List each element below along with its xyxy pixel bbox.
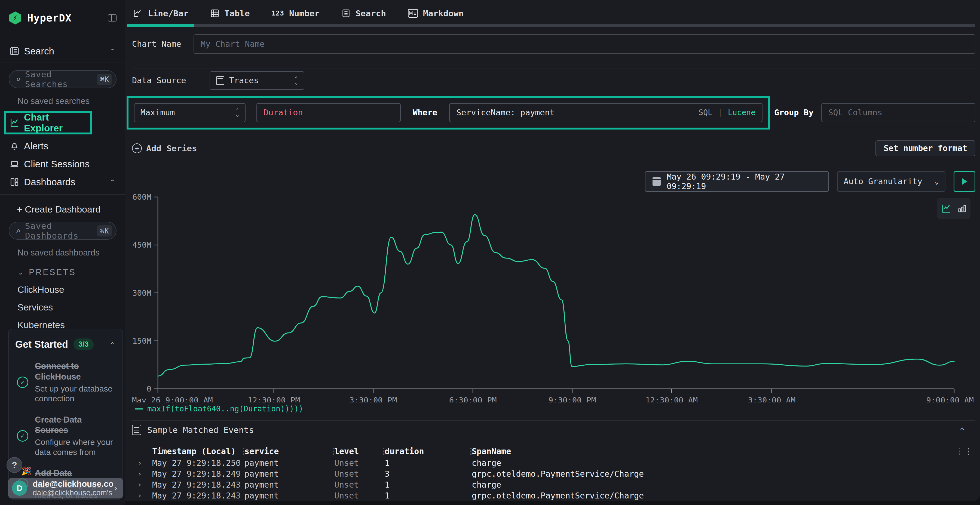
column-separator: ⋮ [329, 446, 337, 456]
chart-name-input[interactable]: My Chart Name [194, 34, 975, 54]
presets-toggle[interactable]: ⌄ PRESETS [0, 258, 125, 277]
tab-number[interactable]: 123 Number [270, 0, 321, 27]
granularity-select[interactable]: Auto Granularity ⌄ [837, 171, 945, 192]
sample-events-header[interactable]: Sample Matched Events ⌃ [132, 424, 975, 436]
set-number-format-button[interactable]: Set number format [875, 140, 975, 156]
get-started-item[interactable]: ✓ Create Data Sources Configure where yo… [15, 414, 115, 457]
date-range-value: May 26 09:29:19 - May 27 09:29:19 [667, 172, 821, 191]
where-query-input[interactable]: ServiceName: payment SQL | Lucene [449, 103, 762, 122]
get-started-header[interactable]: Get Started 3/3 ⌃ [15, 338, 115, 350]
sidebar-item-label: Client Sessions [24, 159, 89, 170]
brand-row: ⚡ HyperDX [0, 0, 125, 24]
sidebar-item-alerts[interactable]: Alerts [0, 137, 125, 155]
app: ⚡ HyperDX Search ⌃ ⌕ Saved Searches ⌘K N… [0, 0, 980, 505]
search-list-icon [341, 9, 351, 18]
table-menu-icon[interactable]: ⋮ [962, 446, 975, 456]
where-query-value: ServiceName: payment [456, 108, 555, 117]
query-language-toggle: SQL | Lucene [698, 108, 756, 117]
aggregation-select[interactable]: Maximum ⌃⌄ [134, 103, 245, 122]
chevron-up-icon[interactable]: ⌃ [110, 179, 115, 186]
add-series-button[interactable]: + Add Series [132, 143, 197, 153]
group-by-label: Group By [774, 108, 814, 117]
tab-label: Number [289, 8, 320, 18]
x-axis-tick-label: 3:30:00 PM [350, 395, 397, 402]
lucene-toggle[interactable]: Lucene [728, 108, 756, 117]
preset-kubernetes[interactable]: Kubernetes [0, 313, 125, 330]
saved-searches-placeholder: Saved Searches [25, 69, 97, 89]
run-query-button[interactable] [954, 171, 975, 192]
column-separator: ⋮ [956, 446, 964, 456]
user-menu[interactable]: D dale@clickhouse.com dale@clickhouse.co… [8, 478, 123, 499]
tab-label: Line/Bar [148, 8, 188, 18]
preset-clickhouse[interactable]: ClickHouse [0, 277, 125, 295]
tab-line-bar[interactable]: Line/Bar [132, 0, 189, 27]
tab-table[interactable]: Table [209, 0, 251, 27]
sidebar-collapse-icon[interactable] [108, 14, 116, 22]
chevron-up-icon[interactable]: ⌃ [110, 48, 115, 55]
event-row[interactable]: ›May 27 9:29:18.243 AMpaymentUnset1grpc.… [132, 490, 975, 501]
step-title: Create Data Sources [35, 414, 114, 436]
sql-toggle[interactable]: SQL [698, 108, 713, 117]
x-axis-tick-label: 9:00:00 AM [926, 395, 974, 402]
col-service[interactable]: service [240, 446, 329, 456]
group-by-input[interactable]: SQL Columns [821, 103, 976, 122]
no-saved-dashboards-note: No saved dashboards [0, 240, 125, 258]
tab-search[interactable]: Search [340, 0, 387, 27]
date-range-input[interactable]: May 26 09:29:19 - May 27 09:29:19 [645, 171, 829, 192]
row-expand-chevron[interactable]: › [132, 469, 147, 478]
tab-markdown[interactable]: Markdown [407, 0, 465, 27]
col-timestamp[interactable]: Timestamp (Local) [147, 446, 240, 456]
row-expand-chevron[interactable]: › [132, 459, 147, 467]
cell-level: Unset [329, 480, 380, 489]
chevron-up-icon[interactable]: ⌃ [110, 341, 115, 348]
chart-display-toggle[interactable] [937, 198, 970, 219]
sidebar-item-client-sessions[interactable]: Client Sessions [0, 155, 125, 173]
column-separator: ⋮ [240, 446, 248, 456]
brand-name: HyperDX [27, 12, 72, 24]
event-row[interactable]: ›May 27 9:29:18.243 AMpaymentUnset1charg… [132, 480, 975, 490]
row-expand-chevron[interactable]: › [132, 491, 147, 500]
where-label: Where [413, 108, 437, 117]
dashboards-icon [9, 177, 24, 187]
x-axis-tick-label: 12:30:00 AM [646, 395, 698, 402]
chart-type-tabs: Line/Bar Table 123 Number Search [132, 0, 975, 27]
cell-level: Unset [329, 458, 380, 468]
sidebar-item-label: Alerts [24, 141, 48, 152]
shortcut-badge: ⌘K [97, 74, 112, 85]
divider [132, 420, 975, 421]
col-spanname[interactable]: SpanName [467, 446, 962, 456]
chevron-up-icon[interactable]: ⌃ [960, 426, 964, 434]
hyperdx-logo-icon: ⚡ [9, 11, 21, 24]
help-button[interactable]: ? [6, 457, 22, 473]
data-source-select[interactable]: Traces ⌃⌄ [210, 71, 304, 90]
cell-duration: 3 [380, 469, 467, 479]
field-input[interactable]: Duration [256, 103, 401, 122]
col-duration[interactable]: duration [380, 446, 467, 456]
sidebar-item-chart-explorer[interactable]: Chart Explorer [6, 113, 90, 132]
event-row[interactable]: ›May 27 9:29:18.250 AMpaymentUnset1charg… [132, 458, 975, 468]
saved-dashboards-input[interactable]: ⌕ Saved Dashboards ⌘K [9, 222, 116, 240]
create-dashboard-button[interactable]: + Create Dashboard [0, 195, 125, 215]
sidebar-section-search[interactable]: Search ⌃ [0, 46, 125, 57]
y-axis-tick-label: 300M [132, 288, 151, 297]
bar-chart-icon [956, 203, 967, 214]
chart-name-placeholder: My Chart Name [200, 39, 265, 49]
timeseries-chart[interactable]: 0150M300M450M600MMay 26 9:00:00 AM12:30:… [132, 190, 975, 402]
saved-searches-input[interactable]: ⌕ Saved Searches ⌘K [9, 70, 116, 88]
sidebar-item-label: Chart Explorer [24, 112, 80, 133]
event-row[interactable]: ›May 27 9:29:18.249 AMpaymentUnset3grpc.… [132, 468, 975, 480]
get-started-item[interactable]: ✓ Connect to ClickHouse Set up your data… [15, 361, 115, 404]
confetti-icon: 🎉 [21, 466, 31, 476]
saved-dashboards-placeholder: Saved Dashboards [25, 221, 97, 241]
line-chart-icon [941, 203, 952, 214]
cell-duration: 1 [380, 480, 467, 489]
line-chart-icon [9, 117, 24, 128]
step-desc: Configure where your data comes from [35, 437, 114, 457]
preset-services[interactable]: Services [0, 295, 125, 313]
sidebar-item-dashboards[interactable]: Dashboards ⌃ [0, 173, 125, 191]
line-chart-icon [133, 8, 143, 18]
search-section-icon [9, 46, 20, 56]
row-expand-chevron[interactable]: › [132, 480, 147, 489]
series-highlight-box: Maximum ⌃⌄ Duration Where ServiceName: p… [127, 96, 770, 130]
plus-circle-icon: + [132, 143, 142, 153]
